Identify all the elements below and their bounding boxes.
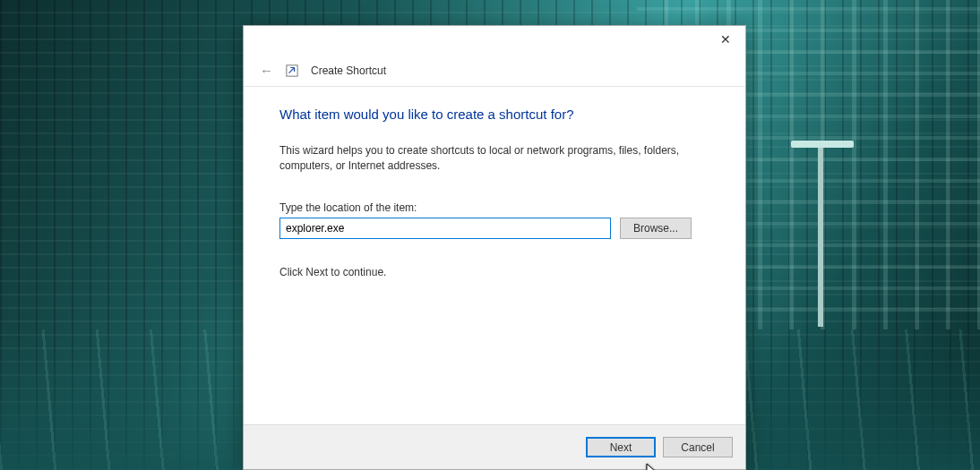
svg-rect-0 (287, 64, 297, 75)
dialog-title: Create Shortcut (311, 64, 386, 77)
browse-button[interactable]: Browse... (620, 218, 692, 239)
cancel-button[interactable]: Cancel (663, 437, 733, 457)
dialog-header: ← Create Shortcut (244, 55, 745, 87)
create-shortcut-dialog: ✕ ← Create Shortcut What item would you … (243, 25, 746, 470)
next-button[interactable]: Next (586, 437, 656, 457)
wallpaper-lamp (818, 148, 823, 327)
wizard-heading: What item would you like to create a sho… (279, 107, 709, 122)
dialog-content: What item would you like to create a sho… (244, 87, 745, 424)
wizard-description: This wizard helps you to create shortcut… (279, 143, 701, 175)
location-label: Type the location of the item: (279, 201, 709, 214)
location-input[interactable] (279, 218, 611, 239)
close-button[interactable]: ✕ (706, 26, 745, 53)
continue-hint: Click Next to continue. (279, 266, 709, 278)
location-field-row: Browse... (279, 218, 709, 239)
dialog-footer: Next Cancel (244, 424, 745, 469)
shortcut-arrow-icon (286, 64, 298, 77)
close-icon: ✕ (720, 32, 731, 47)
titlebar: ✕ (244, 26, 745, 55)
back-arrow-icon: ← (260, 64, 273, 77)
